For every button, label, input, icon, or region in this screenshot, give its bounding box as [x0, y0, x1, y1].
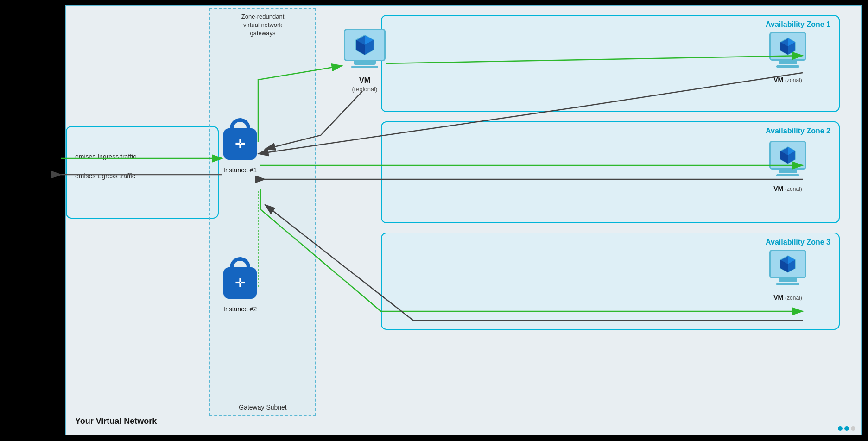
- nav-dot-1[interactable]: [838, 426, 843, 431]
- vm-monitor-regional: [344, 29, 386, 61]
- vm-regional-label: VM(regional): [352, 76, 378, 93]
- vnet-label: Your Virtual Network: [75, 416, 157, 426]
- cube-icon-regional: [353, 33, 377, 57]
- availability-zone-1: Availability Zone 1 VM (zonal): [381, 15, 840, 112]
- vm-monitor-zonal-1: [769, 32, 806, 61]
- ingress-label: emises Ingress traffic: [75, 153, 136, 160]
- gateway-instance-1: ✛ Instance #1: [223, 128, 257, 174]
- vm-zonal-3-label: VM (zonal): [773, 294, 802, 301]
- instance2-label: Instance #2: [223, 305, 257, 313]
- cube-icon-zonal-2: [778, 145, 798, 165]
- monitor-base-zonal-3: [776, 283, 799, 285]
- availability-zone-3: Availability Zone 3 VM (zonal): [381, 233, 840, 330]
- cube-icon-zonal-1: [778, 36, 798, 57]
- gateway-instance-2: ✛ Instance #2: [223, 267, 257, 313]
- lock-body-1: ✛: [223, 128, 257, 160]
- lock-arrows-2: ✛: [235, 277, 245, 289]
- nav-dot-3[interactable]: [851, 426, 855, 431]
- vm-zonal-2-label: VM (zonal): [773, 185, 802, 192]
- vm-zonal-1-label: VM (zonal): [773, 76, 802, 83]
- vm-zonal-2: VM (zonal): [769, 141, 806, 192]
- az2-label: Availability Zone 2: [766, 127, 830, 135]
- nav-dots: [838, 426, 855, 431]
- zone-redundant-label: Zone-redundantvirtual networkgateways: [212, 13, 314, 38]
- vm-zonal-1: VM (zonal): [769, 32, 806, 83]
- gateway-subnet: Gateway Subnet: [209, 8, 316, 416]
- monitor-base-zonal-1: [776, 65, 799, 68]
- egress-label: emises Egress traffic: [75, 172, 135, 180]
- vm-monitor-zonal-2: [769, 141, 806, 170]
- az3-label: Availability Zone 3: [766, 238, 830, 246]
- cube-icon-zonal-3: [778, 254, 798, 274]
- nav-dot-2[interactable]: [844, 426, 849, 431]
- diagram-area: emises Ingress traffic emises Egress tra…: [65, 5, 862, 435]
- availability-zone-2: Availability Zone 2 VM (zonal): [381, 121, 840, 223]
- vm-regional: VM(regional): [344, 29, 386, 93]
- monitor-base-regional: [351, 66, 378, 68]
- vm-monitor-zonal-3: [769, 250, 806, 278]
- monitor-base-zonal-2: [776, 174, 799, 176]
- lock-body-2: ✛: [223, 267, 257, 299]
- az1-label: Availability Zone 1: [766, 20, 830, 29]
- lock-arrows-1: ✛: [235, 138, 245, 150]
- gateway-subnet-label: Gateway Subnet: [239, 403, 287, 411]
- instance1-label: Instance #1: [223, 166, 257, 174]
- vm-zonal-3: VM (zonal): [769, 250, 806, 301]
